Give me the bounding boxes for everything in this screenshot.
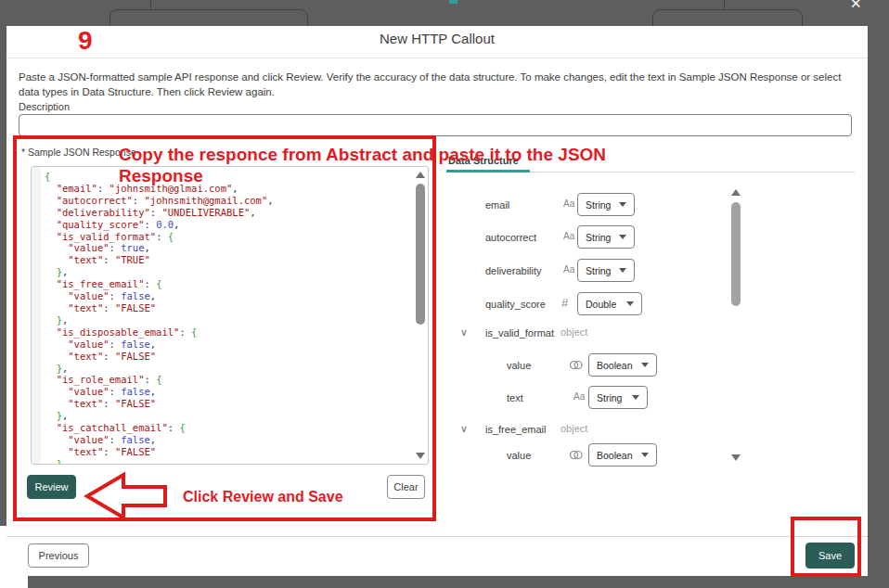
table-row: email [485, 193, 509, 216]
annotation-click-note: Click Review and Save [183, 489, 343, 505]
field-name: email [485, 199, 509, 211]
background-flow-connector [150, 0, 151, 9]
table-row: is_valid_format [485, 321, 554, 344]
object-type-label: object [560, 423, 587, 434]
type-select[interactable]: String [588, 386, 648, 409]
table-row: is_free_email [485, 417, 546, 441]
field-name: value [507, 450, 531, 461]
scroll-down-icon[interactable] [731, 454, 741, 461]
chevron-down-icon [626, 301, 634, 306]
chevron-down-icon [641, 363, 649, 367]
boolean-type-icon [569, 450, 584, 460]
screen: ✕ New HTTP Callout Paste a JSON-formatte… [0, 0, 889, 588]
table-row: value [507, 353, 531, 377]
field-name: deliverability [485, 265, 542, 276]
field-name: quality_score [485, 299, 546, 310]
type-select[interactable]: Double [577, 292, 642, 315]
chevron-down-icon [619, 235, 626, 239]
field-name: text [507, 392, 523, 403]
type-select-value: String [597, 392, 622, 403]
type-select[interactable]: String [577, 225, 635, 249]
previous-button[interactable]: Previous [28, 543, 89, 568]
annotation-rect-json-area [13, 135, 436, 521]
text-type-icon: Aa [563, 231, 574, 241]
panel-scrollbar-thumb[interactable] [731, 202, 741, 306]
type-select-value: Double [586, 299, 616, 310]
previous-button-label: Previous [39, 550, 79, 561]
type-select-value: String [586, 265, 611, 276]
close-icon[interactable]: ✕ [850, 0, 862, 10]
chevron-down-icon [632, 395, 639, 400]
type-select-value: Boolean [597, 360, 633, 371]
type-select-value: String [586, 199, 611, 211]
panel-scrollbar[interactable] [730, 185, 741, 466]
chevron-down-icon [641, 453, 649, 457]
modal-backdrop-right [868, 26, 889, 588]
header-divider [6, 58, 868, 58]
collapse-chevron-icon[interactable]: ∨ [460, 326, 468, 339]
footer-divider [6, 536, 868, 537]
intro-text: Paste a JSON-formatted sample API respon… [19, 70, 849, 99]
tab-baseline [530, 172, 855, 173]
background-flow-accent [449, 0, 457, 4]
table-row: quality_score [485, 292, 546, 315]
table-row: deliverability [485, 259, 542, 282]
tab-active-underline [446, 170, 530, 173]
annotation-rect-save [791, 517, 861, 577]
table-row: value [507, 443, 531, 467]
field-name: value [507, 360, 531, 371]
modal-title: New HTTP Callout [6, 31, 868, 46]
object-type-label: object [560, 326, 587, 338]
red-arrow-left-icon [82, 471, 169, 521]
background-flow-node [110, 9, 308, 26]
background-flow-node [652, 9, 803, 26]
number-type-icon: # [561, 296, 568, 310]
annotation-copy-line1: Copy the responce from Abstract and past… [119, 145, 606, 165]
annotation-step-number: 9 [78, 26, 93, 56]
text-type-icon: Aa [573, 391, 585, 402]
chevron-down-icon [619, 268, 626, 273]
modal-backdrop-bottom [28, 576, 889, 588]
type-select[interactable]: Boolean [588, 443, 657, 467]
type-select[interactable]: Boolean [588, 353, 657, 377]
object-name: is_valid_format [485, 327, 554, 339]
boolean-type-icon [569, 360, 584, 370]
collapse-chevron-icon[interactable]: ∨ [460, 423, 468, 435]
background-flow-connector [724, 0, 725, 9]
type-select-value: Boolean [597, 450, 633, 461]
table-row: autocorrect [485, 225, 536, 249]
field-name: autocorrect [485, 232, 536, 243]
object-name: is_free_email [485, 424, 546, 435]
text-type-icon: Aa [563, 198, 574, 209]
type-select-value: String [586, 232, 611, 243]
annotation-copy-line2: Response [119, 166, 203, 186]
table-row: text [507, 386, 523, 409]
description-input[interactable] [19, 114, 852, 136]
scroll-up-icon[interactable] [731, 189, 741, 196]
type-select[interactable]: String [577, 193, 635, 216]
text-type-icon: Aa [563, 264, 574, 275]
chevron-down-icon [619, 202, 626, 207]
type-select[interactable]: String [577, 259, 635, 282]
modal-backdrop-left [0, 26, 6, 526]
description-label: Description [19, 101, 70, 112]
modal-backdrop-top: ✕ [0, 0, 889, 26]
